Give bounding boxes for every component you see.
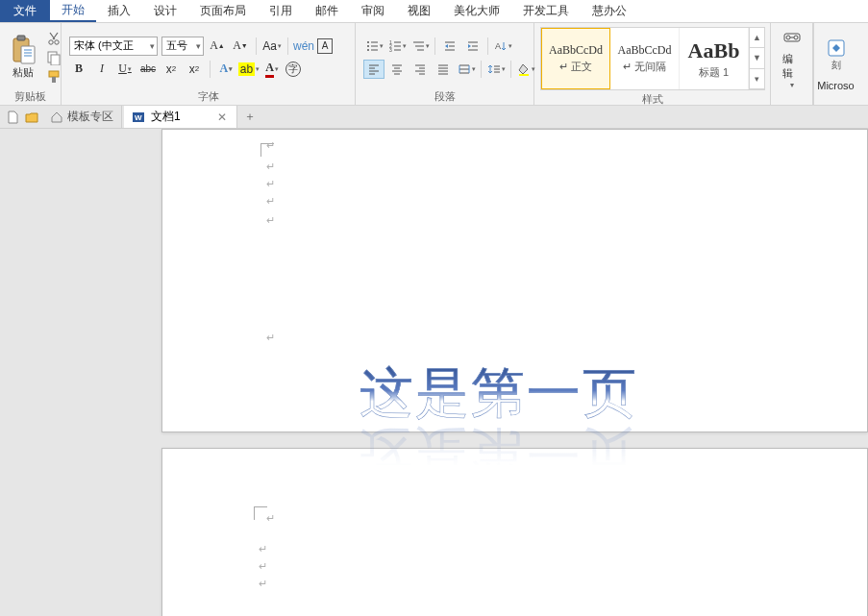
menu-tab-developer[interactable]: 开发工具 bbox=[511, 0, 581, 22]
char-border-button[interactable]: A bbox=[317, 38, 333, 54]
phonetic-guide-button[interactable]: wén bbox=[294, 37, 313, 56]
svg-rect-2 bbox=[21, 46, 35, 63]
open-folder-icon[interactable] bbox=[23, 109, 40, 126]
ribbon-group-clipboard: 粘贴 剪贴板 bbox=[0, 23, 62, 105]
multilevel-list-button[interactable] bbox=[409, 37, 431, 56]
paragraph-group-label: 段落 bbox=[360, 89, 530, 105]
close-tab-button[interactable]: ✕ bbox=[215, 111, 229, 124]
svg-text:A: A bbox=[495, 41, 501, 51]
template-zone-label: 模板专区 bbox=[67, 109, 113, 125]
font-color-button[interactable]: A bbox=[262, 60, 282, 79]
home-icon bbox=[50, 111, 63, 124]
new-tab-button[interactable]: ＋ bbox=[239, 109, 260, 125]
svg-point-6 bbox=[49, 39, 53, 43]
enclosed-char-button[interactable]: 字 bbox=[285, 62, 301, 77]
style-heading1[interactable]: AaBb 标题 1 bbox=[680, 28, 749, 89]
menu-tab-huiban[interactable]: 慧办公 bbox=[581, 0, 638, 22]
paragraph-mark: ↵ bbox=[266, 139, 275, 152]
align-left-button[interactable] bbox=[363, 60, 384, 79]
bullets-button[interactable] bbox=[363, 37, 384, 56]
style-preview: AaBbCcDd bbox=[618, 43, 672, 58]
subscript-button[interactable]: x2 bbox=[161, 60, 181, 79]
change-case-button[interactable]: Aa bbox=[262, 37, 282, 56]
paragraph-mark: ↵ bbox=[259, 543, 267, 555]
paragraph-mark: ↵ bbox=[266, 512, 275, 525]
ribbon: 粘贴 剪贴板 宋体 (中文正 五号 A▲ A▼ Aa wén bbox=[0, 23, 868, 106]
separator bbox=[487, 37, 488, 55]
addon-icon[interactable] bbox=[826, 37, 847, 59]
menu-tab-references[interactable]: 引用 bbox=[258, 0, 304, 22]
style-label: ↵ 无间隔 bbox=[623, 60, 666, 74]
menu-bar: 文件 开始 插入 设计 页面布局 引用 邮件 审阅 视图 美化大师 开发工具 慧… bbox=[0, 0, 868, 23]
grow-font-button[interactable]: A▲ bbox=[208, 37, 227, 56]
paragraph-mark: ↵ bbox=[259, 560, 267, 573]
menu-tab-review[interactable]: 审阅 bbox=[350, 0, 396, 22]
svg-point-14 bbox=[367, 45, 369, 47]
align-center-button[interactable] bbox=[386, 60, 408, 79]
decrease-indent-button[interactable] bbox=[439, 37, 460, 56]
ribbon-group-font: 宋体 (中文正 五号 A▲ A▼ Aa wén A B I U abc x2 x bbox=[62, 23, 356, 105]
styles-group-label: 样式 bbox=[538, 92, 766, 106]
font-size-combo[interactable]: 五号 bbox=[161, 37, 204, 56]
menu-tab-layout[interactable]: 页面布局 bbox=[188, 0, 258, 22]
separator bbox=[210, 61, 211, 78]
find-icon[interactable] bbox=[782, 29, 802, 48]
format-painter-icon[interactable] bbox=[46, 69, 62, 85]
separator bbox=[256, 37, 257, 55]
style-nospacing[interactable]: AaBbCcDd ↵ 无间隔 bbox=[610, 28, 680, 89]
paragraph-mark: ↵ bbox=[266, 160, 275, 173]
styles-expand[interactable]: ▾ bbox=[750, 69, 764, 89]
text-effects-button[interactable]: A bbox=[216, 60, 236, 79]
menu-tab-insert[interactable]: 插入 bbox=[96, 0, 142, 22]
styles-gallery[interactable]: AaBbCcDd ↵ 正文 AaBbCcDd ↵ 无间隔 AaBb 标题 1 ▲… bbox=[540, 27, 765, 90]
menu-tab-home[interactable]: 开始 bbox=[50, 0, 96, 22]
document-tab[interactable]: W 文档1 ✕ bbox=[124, 106, 237, 128]
svg-point-61 bbox=[786, 36, 790, 39]
line-spacing-button[interactable] bbox=[485, 60, 507, 79]
paragraph-mark: ↵ bbox=[266, 214, 275, 227]
menu-tab-beautify[interactable]: 美化大师 bbox=[442, 0, 511, 22]
editing-group-label bbox=[775, 93, 808, 105]
style-preview: AaBbCcDd bbox=[549, 43, 603, 58]
numbering-button[interactable]: 123 bbox=[386, 37, 408, 56]
paste-icon bbox=[10, 35, 37, 65]
svg-rect-10 bbox=[49, 71, 59, 77]
text-direction-button[interactable]: A bbox=[492, 37, 513, 56]
align-justify-button[interactable] bbox=[433, 60, 454, 79]
paragraph-mark: ↵ bbox=[266, 332, 275, 344]
style-normal[interactable]: AaBbCcDd ↵ 正文 bbox=[541, 28, 610, 89]
styles-scroll-down[interactable]: ▼ bbox=[750, 48, 764, 68]
word-doc-icon: W bbox=[132, 111, 145, 124]
template-zone-button[interactable]: 模板专区 bbox=[42, 106, 122, 128]
paste-button[interactable]: 粘贴 bbox=[4, 33, 42, 82]
increase-indent-button[interactable] bbox=[462, 37, 484, 56]
italic-button[interactable]: I bbox=[92, 60, 112, 79]
styles-scroll-up[interactable]: ▲ bbox=[750, 28, 764, 48]
bold-button[interactable]: B bbox=[69, 60, 88, 79]
align-distributed-button[interactable] bbox=[456, 60, 477, 79]
menu-file[interactable]: 文件 bbox=[0, 0, 50, 22]
menu-tab-design[interactable]: 设计 bbox=[142, 0, 188, 22]
document-tab-label: 文档1 bbox=[151, 109, 181, 125]
underline-button[interactable]: U bbox=[115, 60, 135, 79]
editing-label[interactable]: 编辑 bbox=[782, 52, 802, 81]
menu-tab-view[interactable]: 视图 bbox=[396, 0, 442, 22]
style-preview: AaBb bbox=[688, 38, 740, 63]
superscript-button[interactable]: x2 bbox=[185, 60, 204, 79]
cut-icon[interactable] bbox=[46, 31, 62, 46]
document-tab-bar: 模板专区 W 文档1 ✕ ＋ bbox=[0, 106, 868, 129]
paragraph-mark: ↵ bbox=[259, 578, 267, 590]
separator bbox=[434, 37, 435, 55]
menu-tab-mail[interactable]: 邮件 bbox=[304, 0, 350, 22]
addon-sublabel: Microso bbox=[817, 80, 855, 91]
shading-button[interactable] bbox=[515, 60, 536, 79]
align-right-button[interactable] bbox=[409, 60, 431, 79]
strikethrough-button[interactable]: abc bbox=[138, 60, 158, 79]
new-file-icon[interactable] bbox=[4, 109, 21, 126]
highlight-button[interactable]: ab bbox=[239, 60, 259, 79]
paragraph-mark: ↵ bbox=[266, 195, 275, 208]
clipboard-group-label: 剪贴板 bbox=[4, 89, 57, 105]
copy-icon[interactable] bbox=[46, 50, 62, 65]
font-name-combo[interactable]: 宋体 (中文正 bbox=[69, 37, 158, 56]
shrink-font-button[interactable]: A▼ bbox=[231, 37, 250, 56]
